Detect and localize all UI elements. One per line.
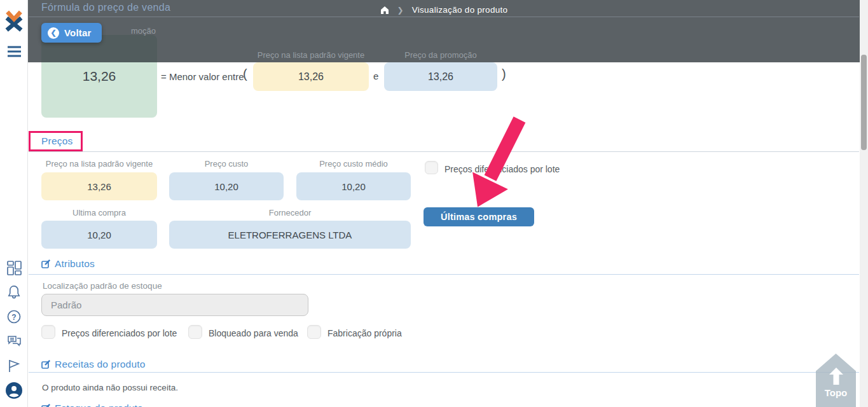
field-value: 10,20 — [87, 230, 111, 240]
edit-icon — [41, 359, 51, 369]
stock-location-value: Padrão — [51, 300, 81, 310]
field-label: Preço na lista padrão vigente — [41, 159, 157, 169]
home-icon[interactable] — [380, 6, 389, 15]
ultimas-compras-button[interactable]: Últimas compras — [424, 207, 534, 226]
scrollbar-track[interactable] — [860, 0, 868, 407]
field-value-box: 10,20 — [169, 172, 284, 200]
user-account-icon[interactable] — [0, 382, 28, 399]
field-value-box: 13,26 — [41, 172, 157, 200]
notifications-bell-icon[interactable] — [0, 285, 28, 300]
no-recipe-text: O produto ainda não possui receita. — [42, 383, 178, 392]
breadcrumb-current: Visualização do produto — [412, 5, 508, 15]
field-value: 10,20 — [341, 181, 366, 192]
edit-icon — [41, 403, 51, 407]
result-label-fragment: moção — [131, 26, 156, 36]
stock-location-label: Localização padrão de estoque — [43, 281, 162, 291]
atributos-section-title: Atributos — [55, 258, 95, 270]
checkbox-label: Bloqueado para venda — [209, 328, 298, 338]
field-label: Ultima compra — [41, 208, 157, 217]
back-button-label: Voltar — [64, 27, 92, 38]
dashboard-grid-icon[interactable] — [0, 261, 28, 275]
checkbox-label: Fabricação própria — [327, 328, 402, 338]
app-window: ? Fórmula do preço de vend — [0, 0, 868, 407]
operand1-value: 13,26 — [298, 71, 324, 83]
field-value: 10,20 — [214, 181, 238, 192]
operand2-value-box: 13,26 — [384, 62, 497, 91]
blocked-for-sale-checkbox[interactable] — [188, 325, 202, 339]
breadcrumb-chevron-icon: ❯ — [397, 6, 404, 15]
field-value-box: 10,20 — [296, 172, 411, 200]
atributos-divider — [29, 274, 859, 275]
lot-prices-checkbox[interactable] — [425, 161, 438, 174]
receitas-divider — [29, 372, 859, 373]
chat-icon[interactable] — [0, 335, 28, 348]
app-logo-icon[interactable] — [0, 10, 28, 32]
back-button[interactable]: ❮ Voltar — [41, 23, 102, 43]
field-value-box: 10,20 — [41, 221, 157, 249]
scrollbar-thumb[interactable] — [861, 55, 867, 150]
field-value: ELETROFERRAGENS LTDA — [228, 230, 352, 240]
formula-connector: e — [373, 71, 378, 81]
breadcrumb: ❯ Visualização do produto — [28, 5, 860, 15]
field-label: Preço custo médio — [296, 159, 411, 169]
annotation-arrow — [442, 114, 531, 210]
svg-text:?: ? — [11, 313, 16, 322]
result-value: 13,26 — [83, 69, 116, 84]
formula-title-divider — [29, 17, 859, 17]
help-icon[interactable]: ? — [0, 310, 28, 324]
precos-annotation-box — [29, 131, 83, 151]
formula-close-paren: ) — [502, 67, 506, 81]
field-label: Fornecedor — [169, 208, 411, 217]
checkbox-label: Preços diferenciados por lote — [62, 328, 177, 338]
back-chevron-icon: ❮ — [48, 27, 59, 39]
field-value: 13,26 — [87, 181, 111, 192]
menu-hamburger-icon[interactable] — [0, 46, 28, 57]
operand2-value: 13,26 — [428, 71, 453, 83]
field-label: Preço custo — [169, 159, 284, 169]
lot-prices-checkbox-2[interactable] — [41, 325, 55, 339]
own-manufacture-checkbox[interactable] — [307, 325, 321, 339]
edit-icon — [41, 259, 51, 268]
next-section-title: Estoque do produto — [55, 403, 143, 407]
operand2-label: Preço da promoção — [384, 50, 497, 60]
sidebar: ? — [0, 0, 28, 407]
formula-operator: = Menor valor entre — [161, 71, 244, 82]
stock-location-input[interactable]: Padrão — [41, 294, 308, 316]
arrow-up-icon — [829, 368, 843, 385]
back-to-top-label: Topo — [825, 387, 848, 398]
field-value-box: ELETROFERRAGENS LTDA — [169, 221, 411, 249]
formula-open-paren: ( — [243, 67, 247, 81]
receitas-section-title: Receitas do produto — [55, 359, 146, 370]
operand1-value-box: 13,26 — [253, 62, 369, 91]
flag-icon[interactable] — [0, 358, 28, 373]
back-to-top-button[interactable]: Topo — [816, 354, 856, 407]
operand1-label: Preço na lista padrão vigente — [253, 50, 369, 60]
